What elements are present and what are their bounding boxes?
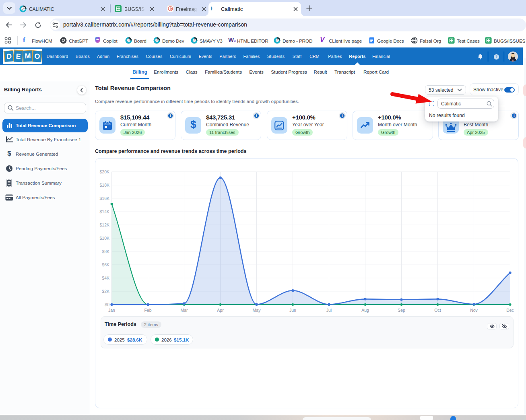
svg-text:$12K: $12K [99,222,109,227]
svg-text:$20K: $20K [99,169,109,174]
svg-text:$14K: $14K [99,209,109,214]
svg-text:Sep: Sep [398,308,405,313]
svg-text:Jan: Jan [108,308,115,313]
svg-text:Nov: Nov [470,308,478,313]
svg-text:Oct: Oct [434,308,441,313]
svg-text:$16K: $16K [99,196,109,201]
svg-text:$2K: $2K [102,289,109,294]
svg-text:Aug: Aug [361,308,369,313]
svg-text:$18K: $18K [99,183,109,187]
svg-text:Jul: Jul [326,308,332,313]
svg-text:Apr: Apr [217,308,224,313]
svg-text:Feb: Feb [144,308,151,313]
svg-text:Dec: Dec [506,308,514,313]
svg-text:$0: $0 [105,302,109,307]
svg-text:May: May [253,308,261,313]
svg-text:Mar: Mar [180,308,188,313]
svg-text:$6K: $6K [102,262,109,267]
svg-text:$8K: $8K [102,249,109,254]
svg-text:Jun: Jun [289,308,296,313]
svg-text:$10K: $10K [99,236,109,241]
svg-text:$4K: $4K [102,276,109,280]
